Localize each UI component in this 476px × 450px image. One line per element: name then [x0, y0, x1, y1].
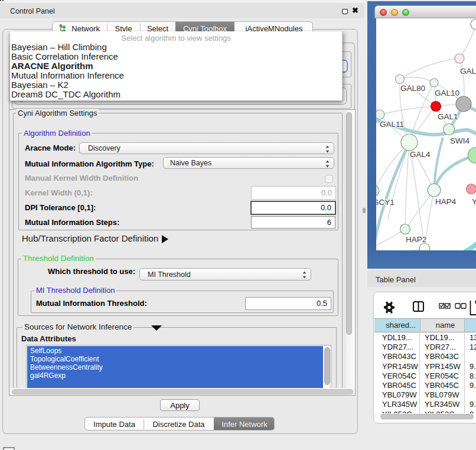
svg-text:GAL1: GAL1 [438, 112, 458, 121]
svg-text:GAL10: GAL10 [435, 89, 459, 97]
svg-text:HAP4: HAP4 [435, 197, 457, 206]
svg-text:GAL: GAL [460, 67, 476, 76]
svg-text:GCY1: GCY1 [376, 198, 395, 207]
svg-text:GAL4: GAL4 [410, 150, 431, 159]
svg-text:GAL11: GAL11 [380, 120, 404, 129]
svg-text:HAP2: HAP2 [406, 235, 426, 244]
svg-text:GAL80: GAL80 [400, 84, 425, 93]
svg-text:SWI4: SWI4 [450, 136, 470, 145]
svg-text:Y: Y [472, 197, 476, 206]
